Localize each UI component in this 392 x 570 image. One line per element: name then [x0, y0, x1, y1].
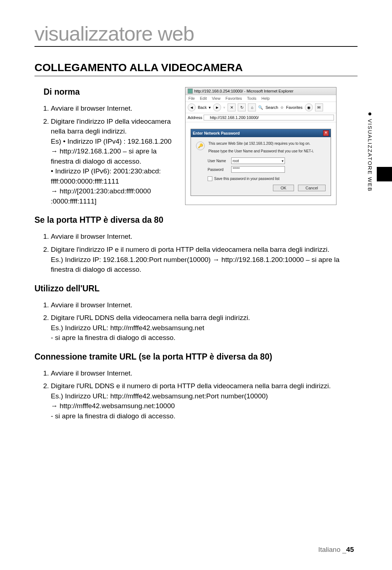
- list-item: Digitare l'indirizzo IP e il numero di p…: [51, 245, 358, 275]
- dialog-text: This secure Web Site (at 192.168.1.200) …: [196, 142, 326, 145]
- browser-titlebar: http://192.168.0.254:10000/ - Microsoft …: [185, 87, 336, 95]
- refresh-icon: ↻: [238, 103, 246, 111]
- ok-button: OK: [273, 185, 294, 191]
- password-dialog: Enter Network Password × 🔑 This secure W…: [191, 129, 331, 196]
- browser-screenshot: http://192.168.0.254:10000/ - Microsoft …: [185, 87, 336, 205]
- home-icon: ⌂: [248, 103, 256, 111]
- username-label: User Name: [208, 159, 231, 163]
- tab-bullet: [368, 112, 371, 115]
- stop-icon: ✕: [228, 103, 236, 111]
- list-item: Avviare il browser Internet.: [51, 300, 358, 310]
- search-icon: 🔍: [258, 105, 263, 110]
- list-item: Digitare l'URL DDNS della videocamera ne…: [51, 313, 358, 343]
- browser-menubar: FileEditViewFavoritesToolsHelp: [185, 95, 336, 102]
- dialog-title: Enter Network Password: [193, 131, 240, 135]
- forward-icon: ►: [213, 103, 221, 111]
- mail-icon: ✉: [315, 103, 323, 111]
- save-password-checkbox: [208, 176, 212, 181]
- sub-heading-normal: Di norma: [44, 87, 178, 97]
- list-item: Avviare il browser Internet.: [51, 231, 358, 242]
- sub-heading-url-port: Connessione tramite URL (se la porta HTT…: [34, 352, 358, 362]
- dialog-text: Please type the User Name and Password t…: [196, 149, 326, 153]
- section-title: COLLEGAMENTO ALLA VIDEOCAMERA: [34, 61, 358, 76]
- side-tab-label: VISUALIZZATORE WEB: [367, 119, 373, 192]
- browser-addressbar: Address http://192.168.1.200:10000/: [185, 113, 336, 122]
- list-item: Digitare l'indirizzo IP della videocamer…: [51, 116, 178, 206]
- favorites-icon: ☆: [280, 105, 284, 110]
- close-icon: ×: [323, 130, 329, 136]
- password-input: *****: [231, 166, 285, 173]
- tab-marker: [377, 167, 392, 181]
- browser-favicon-icon: [188, 89, 193, 94]
- page-footer: Italiano _45: [318, 546, 354, 554]
- url-favicon-icon: [205, 116, 209, 119]
- key-icon: 🔑: [196, 142, 205, 150]
- media-icon: ◉: [305, 103, 313, 111]
- sub-heading-url: Utilizzo dell'URL: [34, 284, 358, 294]
- cancel-button: Cancel: [298, 185, 326, 191]
- list-item: Avviare il browser Internet.: [51, 368, 358, 378]
- side-tab: VISUALIZZATORE WEB: [379, 94, 392, 239]
- password-label: Password: [208, 168, 231, 172]
- browser-toolbar: ◄ Back ▾ ► ▾ ✕ ↻ ⌂ 🔍 Search ☆ Favorites …: [185, 102, 336, 113]
- username-input: root▾: [231, 157, 285, 164]
- list-item: Avviare il browser Internet.: [51, 103, 178, 114]
- back-icon: ◄: [188, 103, 196, 111]
- page-main-title: visualizzatore web: [34, 22, 358, 47]
- save-password-label: Save this password in your password list: [214, 177, 279, 181]
- list-item: Digitare l'URL DDNS e il numero di porta…: [51, 381, 358, 421]
- sub-heading-http-port: Se la porta HTTP è diversa da 80: [34, 215, 178, 225]
